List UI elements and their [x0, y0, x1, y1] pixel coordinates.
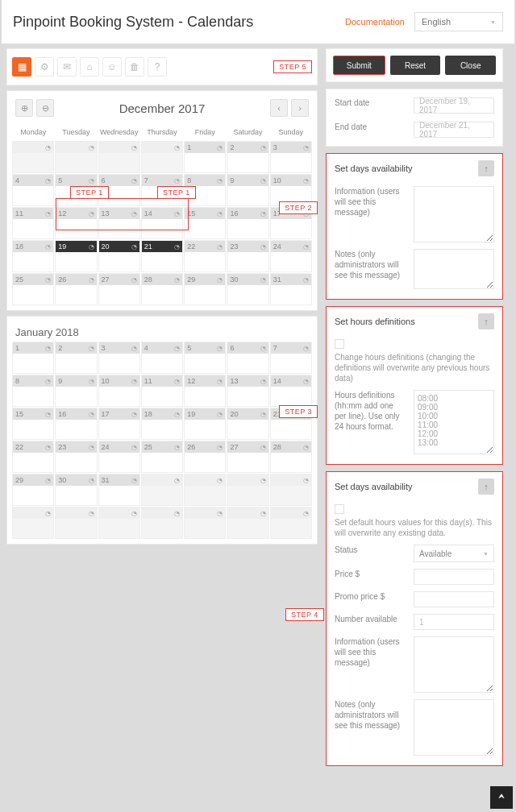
calendar-day[interactable]: 3◔: [270, 141, 312, 173]
calendar-day[interactable]: 18◔: [141, 408, 183, 440]
calendar-day[interactable]: 28◔: [270, 441, 312, 473]
next-month-button[interactable]: ›: [291, 99, 309, 117]
calendar-day[interactable]: ◔: [270, 507, 312, 539]
add-month-button[interactable]: ⊕: [15, 99, 33, 117]
number-available-input[interactable]: 1: [414, 614, 494, 630]
calendar-day[interactable]: ◔: [227, 474, 268, 506]
calendar-day[interactable]: 14◔: [270, 375, 312, 407]
calendar-day[interactable]: 4◔: [141, 342, 183, 374]
calendar-day[interactable]: ◔: [12, 141, 54, 173]
submit-button[interactable]: Submit: [333, 56, 385, 75]
calendar-day[interactable]: 23◔: [227, 240, 268, 272]
calendar-day[interactable]: 4◔: [12, 174, 54, 206]
documentation-link[interactable]: Documentation: [345, 17, 405, 27]
calendar-day[interactable]: 2◔: [55, 342, 97, 374]
calendar-icon[interactable]: ▦: [12, 57, 31, 77]
calendar-day[interactable]: ◔: [270, 474, 312, 506]
collapse-icon[interactable]: ↑: [478, 160, 494, 176]
language-select[interactable]: English ▼: [414, 12, 503, 31]
calendar-day[interactable]: 16◔: [227, 207, 268, 239]
calendar-day[interactable]: ◔: [184, 507, 226, 539]
calendar-day[interactable]: 2◔: [227, 141, 268, 173]
users-icon[interactable]: ☺: [102, 57, 122, 77]
notes-textarea-2[interactable]: [414, 699, 494, 756]
calendar-day[interactable]: 30◔: [55, 474, 97, 506]
calendar-day[interactable]: ◔: [55, 141, 97, 173]
calendar-day[interactable]: 29◔: [12, 474, 54, 506]
mail-icon[interactable]: ✉: [57, 57, 77, 77]
calendar-day[interactable]: 31◔: [98, 474, 140, 506]
calendar-day[interactable]: 26◔: [55, 273, 97, 305]
briefcase-icon[interactable]: ⌂: [80, 57, 99, 77]
calendar-day[interactable]: 5◔: [184, 342, 226, 374]
calendar-day[interactable]: 20◔: [98, 240, 140, 272]
promo-price-input[interactable]: [414, 591, 494, 607]
calendar-day[interactable]: 29◔: [184, 273, 226, 305]
calendar-day[interactable]: 19◔: [184, 408, 226, 440]
information-textarea-2[interactable]: [414, 636, 494, 693]
start-date-input[interactable]: December 19, 2017: [414, 97, 494, 114]
trash-icon[interactable]: 🗑: [125, 57, 144, 77]
calendar-day[interactable]: 7◔: [270, 342, 312, 374]
calendar-day[interactable]: 19◔: [55, 240, 97, 272]
calendar-day[interactable]: 25◔: [141, 441, 183, 473]
calendar-day[interactable]: 21◔: [141, 240, 183, 272]
calendar-day[interactable]: ◔: [141, 474, 183, 506]
calendar-day[interactable]: 11◔: [12, 207, 54, 239]
reset-button[interactable]: Reset: [390, 56, 441, 75]
calendar-day[interactable]: 18◔: [12, 240, 54, 272]
calendar-day[interactable]: ◔: [55, 507, 97, 539]
calendar-day[interactable]: 6◔: [227, 342, 268, 374]
price-input[interactable]: [414, 569, 494, 585]
collapse-icon[interactable]: ↑: [478, 478, 494, 495]
calendar-day[interactable]: 1◔: [12, 342, 54, 374]
calendar-day[interactable]: 30◔: [227, 273, 268, 305]
calendar-day[interactable]: 24◔: [270, 240, 312, 272]
close-button[interactable]: Close: [445, 56, 496, 75]
calendar-day[interactable]: 12◔: [55, 207, 97, 239]
calendar-day[interactable]: 27◔: [227, 441, 268, 473]
calendar-day[interactable]: 14◔: [141, 207, 183, 239]
calendar-day[interactable]: 9◔: [227, 174, 268, 206]
change-hours-checkbox[interactable]: [335, 339, 344, 349]
calendar-day[interactable]: ◔: [227, 507, 268, 539]
calendar-day[interactable]: ◔: [184, 474, 226, 506]
calendar-day[interactable]: ◔: [98, 141, 140, 173]
calendar-grid[interactable]: ◔◔◔◔1◔2◔3◔4◔5◔6◔7◔8◔9◔10◔11◔12◔13◔14◔15◔…: [12, 141, 312, 305]
gear-icon[interactable]: ⚙: [35, 57, 54, 77]
remove-month-button[interactable]: ⊖: [36, 99, 54, 117]
calendar-day[interactable]: 24◔: [98, 441, 140, 473]
calendar-day[interactable]: 8◔: [12, 375, 54, 407]
calendar-day[interactable]: 27◔: [98, 273, 140, 305]
calendar-day[interactable]: 31◔: [270, 273, 312, 305]
notes-textarea[interactable]: [414, 249, 494, 289]
calendar-day[interactable]: ◔: [141, 141, 183, 173]
prev-month-button[interactable]: ‹: [270, 99, 288, 117]
calendar-day[interactable]: 25◔: [12, 273, 54, 305]
calendar-day[interactable]: 9◔: [55, 375, 97, 407]
calendar-day[interactable]: 17◔: [98, 408, 140, 440]
calendar-day[interactable]: 13◔: [98, 207, 140, 239]
calendar-day[interactable]: ◔: [98, 507, 140, 539]
calendar-day[interactable]: 22◔: [12, 441, 54, 473]
calendar-grid-2[interactable]: 1◔2◔3◔4◔5◔6◔7◔8◔9◔10◔11◔12◔13◔14◔15◔16◔1…: [12, 342, 312, 539]
calendar-day[interactable]: ◔: [141, 507, 183, 539]
calendar-day[interactable]: 23◔: [55, 441, 97, 473]
status-select[interactable]: Available ▼: [414, 545, 494, 562]
calendar-day[interactable]: ◔: [12, 507, 54, 539]
hours-definitions-textarea[interactable]: [414, 390, 494, 454]
default-hours-checkbox[interactable]: [335, 504, 344, 514]
calendar-day[interactable]: 15◔: [184, 207, 226, 239]
calendar-day[interactable]: 15◔: [12, 408, 54, 440]
calendar-day[interactable]: 16◔: [55, 408, 97, 440]
calendar-day[interactable]: 12◔: [184, 375, 226, 407]
calendar-day[interactable]: 3◔: [98, 342, 140, 374]
help-icon[interactable]: ?: [148, 57, 167, 77]
calendar-day[interactable]: 11◔: [141, 375, 183, 407]
calendar-day[interactable]: 26◔: [184, 441, 226, 473]
collapse-icon[interactable]: ↑: [478, 313, 494, 329]
calendar-day[interactable]: 13◔: [227, 375, 268, 407]
calendar-day[interactable]: 10◔: [98, 375, 140, 407]
calendar-day[interactable]: 22◔: [184, 240, 226, 272]
calendar-day[interactable]: 20◔: [227, 408, 268, 440]
